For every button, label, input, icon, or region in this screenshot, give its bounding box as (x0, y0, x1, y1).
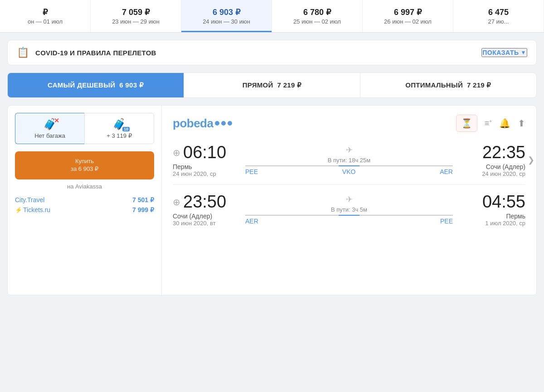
price-0: ₽ (43, 7, 48, 17)
arrival-date-2: 1 июл 2020, ср (462, 220, 525, 227)
flight-middle-1: ✈ В пути: 18ч 25м PEE VKO AER (236, 145, 462, 175)
expand-arrow-1[interactable]: ❯ (528, 155, 534, 165)
date-range-1: 23 июн — 29 июн (112, 18, 160, 25)
other-prices: City.Travel 7 501 ₽ Tickets.ru 7 999 ₽ (15, 196, 154, 213)
baggage-tab-10kg[interactable]: 🧳 10 + 3 119 ₽ (84, 113, 154, 144)
airline-actions: ⏳ ≡+ 🔔 ⬆ (456, 115, 525, 132)
baggage-icon-wrapper-10kg: 🧳 10 (112, 118, 126, 131)
arrival-city-2: Пермь (462, 213, 525, 220)
price-5: 6 475 (488, 8, 509, 17)
city-travel-link[interactable]: City.Travel (15, 196, 44, 203)
airline-name: pobeda (173, 116, 213, 131)
flight-line-1 (245, 165, 453, 166)
covid-banner: 📋 COVID-19 И ПРАВИЛА ПЕРЕЛЕТОВ ПОКАЗАТЬ … (7, 40, 537, 65)
arrival-time-1: 22:35 (462, 143, 525, 162)
plane-icon-2: ✈ (346, 194, 353, 204)
buy-button-main: Купить (24, 158, 145, 165)
dot-3 (228, 121, 232, 126)
flight-segment-2: ⊕ 23:50 Сочи (Адлер) 30 июн 2020, вт ✈ В… (173, 192, 525, 227)
date-price-bar: ₽ он — 01 июл 7 059 ₽ 23 июн — 29 июн 6 … (0, 0, 544, 33)
airline-logo: pobeda (173, 116, 232, 131)
price-1: 7 059 ₽ (122, 7, 150, 17)
flight-duration-1: В пути: 18ч 25м (328, 157, 371, 164)
baggage-none-label: Нет багажа (34, 132, 65, 139)
tab-optimal-label: ОПТИМАЛЬНЫЙ 7 219 ₽ (405, 81, 491, 89)
baggage-num-badge: 10 (122, 127, 130, 131)
departure-compass-icon-2: ⊕ (173, 197, 180, 208)
departure-city-2: Сочи (Адлер) (173, 213, 236, 220)
date-price-item-1[interactable]: 7 059 ₽ 23 июн — 29 июн (91, 0, 181, 32)
bell-icon[interactable]: 🔔 (499, 118, 510, 129)
hourglass-icon: ⏳ (456, 115, 477, 132)
flight-card: 🧳 ✕ Нет багажа 🧳 10 + 3 119 ₽ Купить за … (7, 105, 537, 295)
tab-cheapest-label: САМЫЙ ДЕШЕВЫЙ 6 903 ₽ (48, 81, 144, 89)
price-4: 6 997 ₽ (394, 7, 422, 17)
buy-button-price: за 6 903 ₽ (24, 165, 145, 173)
baggage-x-icon: ✕ (54, 117, 59, 124)
dot-2 (221, 121, 226, 126)
aviakassa-label: на Aviakassa (15, 183, 154, 190)
covid-show-button[interactable]: ПОКАЗАТЬ ▼ (481, 48, 527, 57)
date-range-3: 25 июн — 02 июл (293, 18, 341, 25)
tab-direct[interactable]: ПРЯМОЙ 7 219 ₽ (184, 73, 360, 97)
date-price-item-0[interactable]: ₽ он — 01 июл (0, 0, 91, 32)
departure-code-1: PEE (245, 168, 258, 175)
covid-document-icon: 📋 (17, 47, 29, 58)
plane-icon-1: ✈ (346, 145, 353, 155)
tab-cheapest[interactable]: САМЫЙ ДЕШЕВЫЙ 6 903 ₽ (8, 73, 184, 97)
baggage-icon-wrapper-none: 🧳 ✕ (43, 118, 57, 131)
tickets-ru-price: 7 999 ₽ (132, 206, 154, 213)
filter-tabs: САМЫЙ ДЕШЕВЫЙ 6 903 ₽ ПРЯМОЙ 7 219 ₽ ОПТ… (7, 73, 537, 98)
other-price-row-1: Tickets.ru 7 999 ₽ (15, 206, 154, 213)
flight-line-2 (245, 215, 453, 216)
date-range-5: 27 ию... (488, 18, 509, 25)
departure-time-2: ⊕ 23:50 (173, 192, 236, 212)
date-price-item-3[interactable]: 6 780 ₽ 25 июн — 02 июл (272, 0, 363, 32)
buy-button[interactable]: Купить за 6 903 ₽ (15, 151, 154, 179)
arrival-city-1: Сочи (Адлер) (462, 163, 525, 170)
flight-middle-2: ✈ В пути: 3ч 5м AER PEE (236, 194, 462, 225)
flight-segment-2-wrapper: ⊕ 23:50 Сочи (Адлер) 30 июн 2020, вт ✈ В… (173, 192, 525, 227)
flight-codes-1: PEE VKO AER (245, 168, 453, 175)
covid-banner-text: COVID-19 И ПРАВИЛА ПЕРЕЛЕТОВ (35, 49, 481, 57)
price-2: 6 903 ₽ (213, 7, 240, 17)
flight-sidebar: 🧳 ✕ Нет багажа 🧳 10 + 3 119 ₽ Купить за … (8, 106, 162, 295)
flight-segment-1: ⊕ 06:10 Пермь 24 июн 2020, ср ✈ В пути: … (173, 143, 525, 177)
price-3: 6 780 ₽ (303, 7, 331, 17)
dot-1 (215, 121, 219, 126)
departure-block-1: ⊕ 06:10 Пермь 24 июн 2020, ср (173, 143, 236, 177)
departure-city-1: Пермь (173, 163, 236, 170)
airline-logo-dots (215, 121, 232, 126)
date-range-2: 24 июн — 30 июн (203, 18, 250, 25)
departure-compass-icon-1: ⊕ (173, 147, 180, 158)
arrival-code-1: AER (440, 168, 453, 175)
baggage-tabs: 🧳 ✕ Нет багажа 🧳 10 + 3 119 ₽ (15, 113, 154, 144)
date-price-item-2[interactable]: 6 903 ₽ 24 июн — 30 июн (181, 0, 272, 32)
arrival-code-2: PEE (440, 218, 453, 225)
baggage-tab-none[interactable]: 🧳 ✕ Нет багажа (15, 113, 84, 144)
baggage-10kg-label: + 3 119 ₽ (107, 132, 131, 139)
main-content: 📋 COVID-19 И ПРАВИЛА ПЕРЕЛЕТОВ ПОКАЗАТЬ … (0, 33, 544, 303)
tab-optimal[interactable]: ОПТИМАЛЬНЫЙ 7 219 ₽ (360, 73, 536, 97)
covid-show-label: ПОКАЗАТЬ (482, 49, 519, 56)
date-range-4: 26 июн — 02 июл (384, 18, 432, 25)
share-icon[interactable]: ⬆ (518, 118, 525, 129)
departure-date-1: 24 июн 2020, ср (173, 170, 236, 177)
date-price-item-5[interactable]: 6 475 27 ию... (453, 0, 544, 32)
arrival-time-2: 04:55 (462, 192, 525, 212)
departure-code-2: AER (245, 218, 258, 225)
flight-details: pobeda ⏳ ≡+ 🔔 ⬆ (162, 106, 536, 295)
tab-direct-label: ПРЯМОЙ 7 219 ₽ (243, 81, 302, 89)
other-price-row-0: City.Travel 7 501 ₽ (15, 196, 154, 203)
chevron-down-icon: ▼ (521, 49, 526, 56)
departure-date-2: 30 июн 2020, вт (173, 220, 236, 227)
arrival-date-1: 24 июн 2020, ср (462, 170, 525, 177)
tickets-ru-link[interactable]: Tickets.ru (15, 206, 50, 213)
date-price-item-4[interactable]: 6 997 ₽ 26 июн — 02 июл (363, 0, 453, 32)
flight-codes-2: AER PEE (245, 218, 453, 225)
filter-list-icon[interactable]: ≡+ (485, 119, 492, 128)
departure-time-1: ⊕ 06:10 (173, 143, 236, 162)
segment-divider (173, 184, 525, 185)
airline-header: pobeda ⏳ ≡+ 🔔 ⬆ (173, 115, 525, 132)
flight-segment-1-wrapper: ⊕ 06:10 Пермь 24 июн 2020, ср ✈ В пути: … (173, 143, 525, 177)
